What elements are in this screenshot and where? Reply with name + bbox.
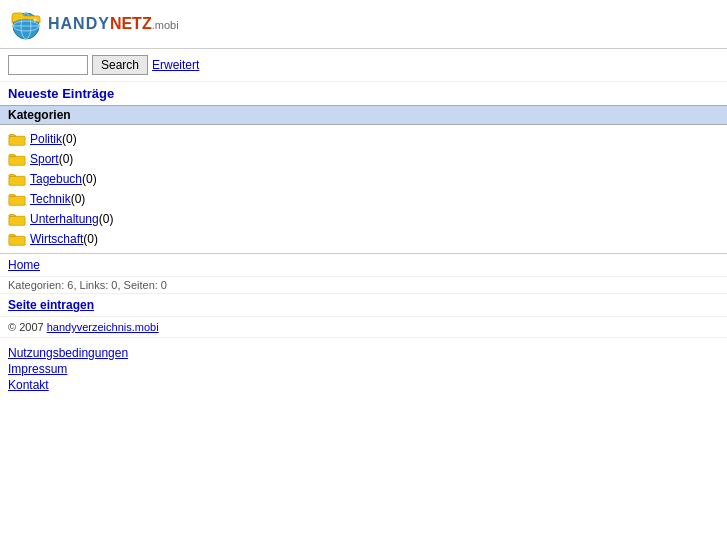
kategorie-count: (0) xyxy=(82,172,97,186)
folder-icon xyxy=(8,171,26,187)
list-item: Sport (0) xyxy=(8,149,719,169)
kategorie-count: (0) xyxy=(71,192,86,206)
search-input[interactable] xyxy=(8,55,88,75)
kategorie-count: (0) xyxy=(59,152,74,166)
kategorien-header: Kategorien xyxy=(0,105,727,125)
breadcrumb: Home xyxy=(0,254,727,277)
kategorie-link[interactable]: Tagebuch xyxy=(30,172,82,186)
list-item: Politik (0) xyxy=(8,129,719,149)
kategorie-link[interactable]: Sport xyxy=(30,152,59,166)
kategorie-link[interactable]: Wirtschaft xyxy=(30,232,83,246)
logo-text: HANDYNETZ.mobi xyxy=(48,15,179,33)
seite-eintragen-link[interactable]: Seite eintragen xyxy=(8,298,94,312)
svg-point-4 xyxy=(34,19,37,22)
footer-link[interactable]: Nutzungsbedingungen xyxy=(8,346,719,360)
folder-icon xyxy=(8,231,26,247)
svg-rect-7 xyxy=(9,176,25,185)
kategorie-link[interactable]: Unterhaltung xyxy=(30,212,99,226)
kategorien-list: Politik (0)Sport (0)Tagebuch (0)Technik … xyxy=(0,125,727,254)
kategorie-count: (0) xyxy=(83,232,98,246)
seite-eintragen-container: Seite eintragen xyxy=(0,294,727,317)
home-link[interactable]: Home xyxy=(8,258,40,272)
search-button[interactable]: Search xyxy=(92,55,148,75)
svg-rect-6 xyxy=(9,156,25,165)
footer-link[interactable]: Impressum xyxy=(8,362,719,376)
neueste-eintraege: Neueste Einträge xyxy=(0,82,727,105)
folder-icon xyxy=(8,151,26,167)
folder-icon xyxy=(8,211,26,227)
logo-area: HANDYNETZ.mobi xyxy=(8,6,179,42)
svg-rect-8 xyxy=(9,196,25,205)
footer-link[interactable]: Kontakt xyxy=(8,378,719,392)
kategorie-link[interactable]: Technik xyxy=(30,192,71,206)
footer-links: NutzungsbedingungenImpressumKontakt xyxy=(0,338,727,398)
list-item: Wirtschaft (0) xyxy=(8,229,719,249)
stats-bar: Kategorien: 6, Links: 0, Seiten: 0 xyxy=(0,277,727,294)
kategorie-count: (0) xyxy=(62,132,77,146)
svg-rect-9 xyxy=(9,216,25,225)
copyright-link[interactable]: handyverzeichnis.mobi xyxy=(47,321,159,333)
svg-rect-5 xyxy=(9,136,25,145)
folder-icon xyxy=(8,191,26,207)
list-item: Unterhaltung (0) xyxy=(8,209,719,229)
copyright: © 2007 handyverzeichnis.mobi xyxy=(0,317,727,338)
logo-icon xyxy=(8,6,44,42)
kategorie-count: (0) xyxy=(99,212,114,226)
erweitert-link[interactable]: Erweitert xyxy=(152,58,199,72)
list-item: Tagebuch (0) xyxy=(8,169,719,189)
svg-rect-10 xyxy=(9,236,25,245)
kategorie-link[interactable]: Politik xyxy=(30,132,62,146)
search-bar: Search Erweitert xyxy=(0,49,727,82)
folder-icon xyxy=(8,131,26,147)
list-item: Technik (0) xyxy=(8,189,719,209)
header: HANDYNETZ.mobi xyxy=(0,0,727,49)
